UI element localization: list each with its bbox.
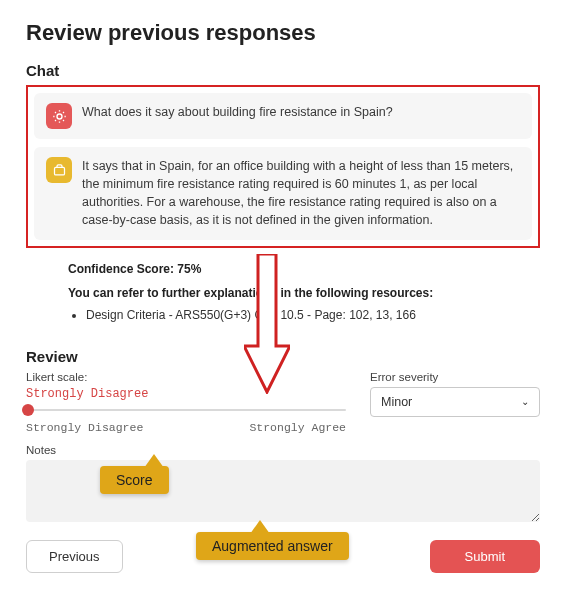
chat-bot-row: It says that in Spain, for an office bui… <box>34 147 532 240</box>
chat-section-title: Chat <box>26 62 540 79</box>
likert-label: Likert scale: <box>26 371 346 383</box>
slider-track <box>26 409 346 411</box>
bot-icon <box>46 157 72 183</box>
svg-point-0 <box>57 114 62 119</box>
chevron-down-icon: ⌄ <box>521 396 529 407</box>
chat-panel: What does it say about building fire res… <box>26 85 540 248</box>
svg-rect-1 <box>54 167 64 175</box>
review-section-title: Review <box>26 348 540 365</box>
slider-thumb[interactable] <box>22 404 34 416</box>
notes-textarea[interactable] <box>26 460 540 522</box>
user-icon <box>46 103 72 129</box>
details-block: Confidence Score: 75% You can refer to f… <box>26 258 540 322</box>
bot-message: It says that in Spain, for an office bui… <box>82 157 520 230</box>
error-severity-select[interactable]: Minor ⌄ <box>370 387 540 417</box>
previous-button[interactable]: Previous <box>26 540 123 573</box>
resource-item: Design Criteria - ARS550(G+3) Gen 10.5 -… <box>86 308 530 322</box>
likert-min-label: Strongly Disagree <box>26 421 143 434</box>
resources-list: Design Criteria - ARS550(G+3) Gen 10.5 -… <box>68 308 530 322</box>
notes-label: Notes <box>26 444 540 456</box>
likert-max-label: Strongly Agree <box>249 421 346 434</box>
likert-value: Strongly Disagree <box>26 387 346 401</box>
submit-button[interactable]: Submit <box>430 540 540 573</box>
resources-intro: You can refer to further explanations in… <box>68 286 530 300</box>
confidence-score: Confidence Score: 75% <box>68 262 530 276</box>
error-severity-label: Error severity <box>370 371 540 383</box>
user-message: What does it say about building fire res… <box>82 103 393 121</box>
chat-user-row: What does it say about building fire res… <box>34 93 532 139</box>
page-title: Review previous responses <box>26 20 540 46</box>
error-severity-value: Minor <box>381 395 412 409</box>
likert-slider[interactable] <box>26 403 346 417</box>
